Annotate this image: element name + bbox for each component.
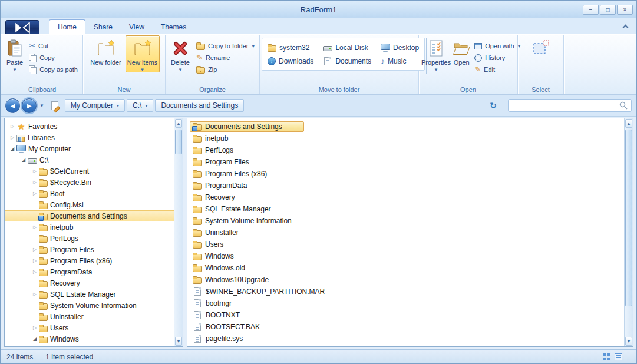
scroll-track[interactable] <box>174 128 183 336</box>
file-list-item[interactable]: Program Files (x86) <box>187 168 624 180</box>
zip-button[interactable]: Zip <box>193 64 258 75</box>
tree-item[interactable]: Program Files (x86) <box>5 255 174 266</box>
forward-button[interactable]: ▶ <box>22 98 37 113</box>
move-target-documents[interactable]: Documents <box>319 54 375 68</box>
expander-collapsed-icon[interactable] <box>31 166 39 177</box>
delete-button[interactable]: Delete <box>167 35 193 72</box>
move-target-system32[interactable]: system32 <box>263 41 318 54</box>
list-view-button[interactable] <box>615 353 622 360</box>
file-list-item[interactable]: Program Files <box>187 156 624 168</box>
tree-item[interactable]: Libraries <box>5 132 174 143</box>
refresh-button[interactable]: ↻ <box>487 99 500 112</box>
file-list-item[interactable]: System Volume Information <box>187 215 624 227</box>
tree-item[interactable]: Recovery <box>5 277 174 289</box>
file-list-item[interactable]: SQL Estate Manager <box>187 203 624 215</box>
move-target-local-disk[interactable]: Local Disk <box>319 41 375 54</box>
tree-item[interactable]: ★Favorites <box>5 121 174 132</box>
file-list-item[interactable]: PerfLogs <box>187 144 624 156</box>
breadcrumb-my-computer[interactable]: My Computer ▾ <box>65 99 125 112</box>
move-target-desktop[interactable]: Desktop <box>377 41 423 54</box>
copy-as-path-button[interactable]: Copy as path <box>26 64 81 75</box>
tree-item[interactable]: My Computer <box>5 143 174 154</box>
tree-item[interactable]: Program Files <box>5 244 174 255</box>
expander-collapsed-icon[interactable] <box>31 221 39 233</box>
scroll-thumb[interactable] <box>625 130 632 306</box>
close-button[interactable]: × <box>617 5 633 15</box>
expander-expanded-icon[interactable] <box>19 154 28 166</box>
tree-scrollbar[interactable]: ▲ ▼ <box>174 118 183 346</box>
open-button[interactable]: Open <box>451 35 471 67</box>
scroll-up-button[interactable]: ▲ <box>175 119 182 128</box>
scroll-up-button[interactable]: ▲ <box>625 119 632 128</box>
file-list-item[interactable]: bootmgr <box>187 297 624 309</box>
file-list-item[interactable]: inetpub <box>187 133 624 144</box>
tree-item[interactable]: System Volume Information <box>5 300 174 311</box>
move-target-downloads[interactable]: ↓ Downloads <box>263 54 318 68</box>
expander-collapsed-icon[interactable] <box>31 322 39 333</box>
titlebar[interactable]: RadForm1 − □ × <box>1 1 636 18</box>
tree-item[interactable]: inetpub <box>5 221 174 233</box>
file-list-item[interactable]: Recovery <box>187 191 624 203</box>
edit-button[interactable]: ✎ Edit <box>471 64 523 75</box>
expander-collapsed-icon[interactable] <box>31 266 39 277</box>
tree-item[interactable]: Windows <box>5 333 174 345</box>
breadcrumb-documents-and-settings[interactable]: Documents and Settings <box>155 99 244 112</box>
select-button[interactable] <box>524 35 558 58</box>
tree-item[interactable]: PerfLogs <box>5 233 174 244</box>
expander-collapsed-icon[interactable] <box>8 132 16 143</box>
file-list-item[interactable]: Windows <box>187 250 624 262</box>
file-list-item[interactable]: $WINRE_BACKUP_PARTITION.MAR <box>187 286 624 297</box>
details-view-button[interactable] <box>603 353 610 360</box>
rename-button[interactable]: ✎ Rename <box>193 52 258 63</box>
maximize-button[interactable]: □ <box>600 5 616 15</box>
tree-item[interactable]: Boot <box>5 188 174 199</box>
tab-themes[interactable]: Themes <box>153 20 194 34</box>
cut-button[interactable]: ✂ Cut <box>26 40 81 51</box>
edit-path-button[interactable] <box>48 99 61 112</box>
move-target-music[interactable]: ♪ Music <box>377 54 423 68</box>
expander-expanded-icon[interactable] <box>8 143 16 154</box>
nav-history-dropdown[interactable]: ▾ <box>38 102 45 108</box>
file-list-item[interactable]: Users <box>187 239 624 250</box>
expander-collapsed-icon[interactable] <box>31 188 39 199</box>
expander-expanded-icon[interactable] <box>31 333 39 345</box>
tree-item[interactable]: Config.Msi <box>5 199 174 210</box>
history-button[interactable]: History <box>471 52 523 63</box>
expander-collapsed-icon[interactable] <box>31 289 39 300</box>
scroll-track[interactable] <box>625 128 633 336</box>
copy-button[interactable]: Copy <box>26 52 81 63</box>
tree-item[interactable]: ProgramData <box>5 266 174 277</box>
tree-item[interactable]: SQL Estate Manager <box>5 289 174 300</box>
paste-button[interactable]: Paste <box>4 35 26 72</box>
scroll-down-button[interactable]: ▼ <box>625 337 632 346</box>
tree-item[interactable]: $GetCurrent <box>5 166 174 177</box>
file-list-item[interactable]: Windows10Upgrade <box>187 274 624 286</box>
properties-button[interactable]: Properties <box>421 35 451 72</box>
tree-item[interactable]: $Recycle.Bin <box>5 177 174 188</box>
open-with-button[interactable]: Open with <box>471 40 523 51</box>
scroll-thumb[interactable] <box>175 130 182 154</box>
scroll-down-button[interactable]: ▼ <box>175 337 182 346</box>
file-list-item[interactable]: pagefile.sys <box>187 333 624 345</box>
expander-collapsed-icon[interactable] <box>31 255 39 266</box>
new-folder-button[interactable]: New folder <box>89 35 123 67</box>
file-list-item[interactable]: ProgramData <box>187 180 624 191</box>
copy-to-folder-button[interactable]: Copy to folder <box>193 40 258 51</box>
expander-collapsed-icon[interactable] <box>31 244 39 255</box>
expander-collapsed-icon[interactable] <box>8 121 16 132</box>
collapse-ribbon-button[interactable] <box>621 23 629 30</box>
search-input[interactable] <box>513 101 619 110</box>
tab-share[interactable]: Share <box>85 20 121 34</box>
new-items-button[interactable]: New items <box>126 35 160 72</box>
expander-collapsed-icon[interactable] <box>31 177 39 188</box>
tree-item[interactable]: C:\ <box>5 154 174 166</box>
tab-view[interactable]: View <box>121 20 153 34</box>
breadcrumb-c-drive[interactable]: C:\ ▾ <box>127 99 153 112</box>
tree-item[interactable]: Users <box>5 322 174 333</box>
tab-home[interactable]: Home <box>49 19 85 35</box>
minimize-button[interactable]: − <box>583 5 599 15</box>
back-button[interactable]: ◀ <box>5 98 20 113</box>
file-list-item[interactable]: Uninstaller <box>187 227 624 239</box>
tree-item[interactable]: Uninstaller <box>5 311 174 322</box>
file-list-item[interactable]: BOOTNXT <box>187 309 624 321</box>
